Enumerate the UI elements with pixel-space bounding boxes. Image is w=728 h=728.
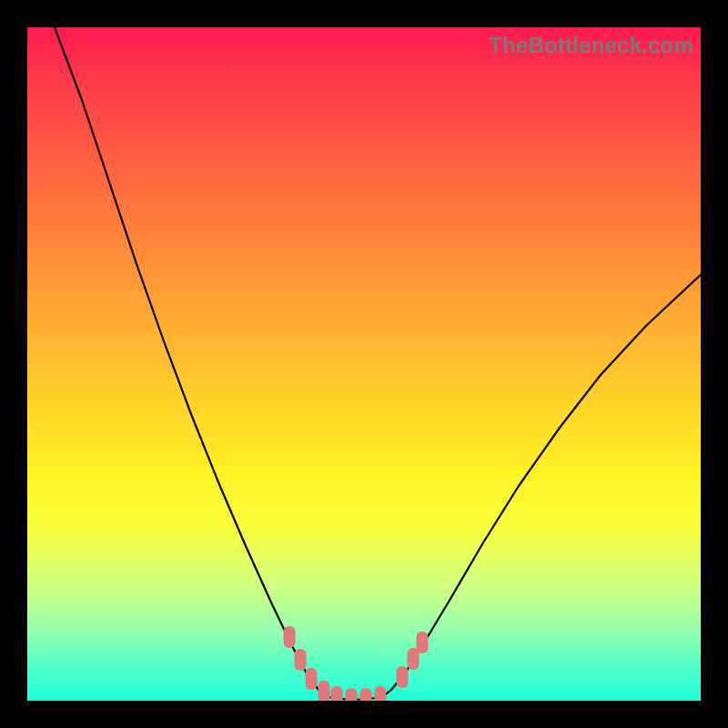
valley-marker — [318, 681, 330, 701]
valley-marker-group — [284, 626, 429, 701]
valley-marker — [284, 626, 296, 648]
valley-marker — [295, 649, 307, 671]
valley-marker — [360, 688, 372, 701]
valley-marker — [306, 668, 318, 690]
valley-marker — [417, 632, 429, 653]
chart-frame: TheBottleneck.com — [0, 0, 728, 728]
chart-svg — [27, 27, 701, 701]
valley-marker — [397, 666, 409, 688]
valley-marker — [375, 686, 387, 701]
valley-marker — [346, 688, 358, 701]
plot-area: TheBottleneck.com — [27, 27, 701, 701]
valley-marker — [408, 648, 420, 670]
bottleneck-curve — [55, 27, 701, 700]
valley-marker — [331, 686, 343, 701]
